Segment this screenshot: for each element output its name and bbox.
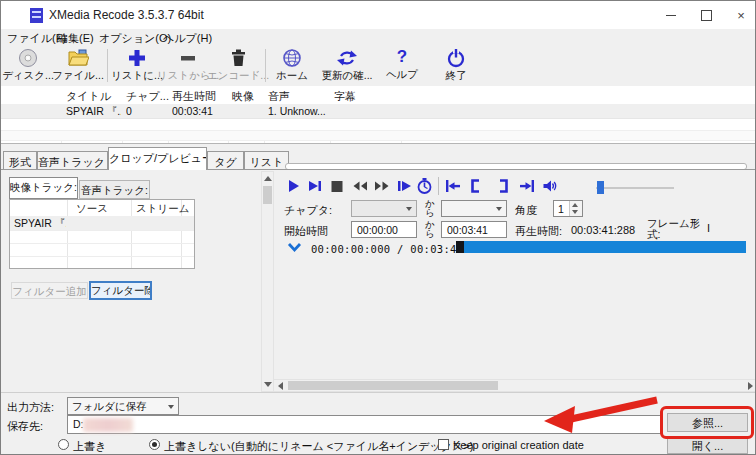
file-list-header[interactable]: タイトル チャプ... 再生時間 映像 音声 字幕 <box>1 86 756 105</box>
subtab-video-track[interactable]: 映像トラック: <box>9 177 78 199</box>
angle-spinner[interactable]: 1 <box>553 200 583 217</box>
vscroll-thumb[interactable] <box>263 186 272 204</box>
rewind-button[interactable] <box>351 177 369 195</box>
tab-format[interactable]: 形式 <box>3 151 37 170</box>
toolbar-update-check-button[interactable]: 更新の確... <box>319 47 375 84</box>
stream-row-name: SPYAIR 『... <box>14 217 66 231</box>
toolbar-help-button[interactable]: ? ヘルプ <box>379 47 425 84</box>
overwrite-label[interactable]: 上書き <box>73 439 106 454</box>
play-button[interactable] <box>286 177 302 195</box>
fast-forward-icon <box>373 178 391 194</box>
overwrite-radio[interactable] <box>58 439 69 450</box>
transport-separator <box>438 177 439 195</box>
toolbar-separator <box>265 49 266 82</box>
keep-date-checkbox[interactable] <box>438 439 449 450</box>
file-row-empty[interactable] <box>1 131 756 141</box>
volume-slider-thumb[interactable] <box>597 181 604 194</box>
col-audio[interactable]: 音声 <box>268 89 290 104</box>
bracket-close-icon <box>495 178 511 194</box>
close-button[interactable]: × <box>725 1 756 29</box>
end-time-input[interactable]: 00:03:41 <box>441 221 507 238</box>
maximize-button[interactable] <box>690 1 722 29</box>
scroll-up-icon[interactable] <box>264 176 272 181</box>
file-list: タイトル チャプ... 再生時間 映像 音声 字幕 SPYAIR 『... 0 … <box>1 86 756 144</box>
spinner-buttons[interactable] <box>569 201 582 216</box>
toolbar-disc-button[interactable]: ディスク... <box>3 47 53 84</box>
stream-row-selected[interactable]: SPYAIR 『... <box>10 216 194 230</box>
bracket-close-button[interactable] <box>495 177 511 195</box>
range-separator-label: から <box>425 220 437 238</box>
scroll-down-icon[interactable] <box>264 382 272 387</box>
step-forward-button[interactable] <box>396 177 412 195</box>
quit-icon <box>446 48 466 68</box>
timer-button[interactable] <box>416 177 433 195</box>
radio-selected-dot <box>152 442 157 447</box>
volume-slider-track[interactable] <box>596 187 674 189</box>
col-video[interactable]: 映像 <box>232 89 254 104</box>
timeline-progress-bar[interactable] <box>456 241 746 253</box>
tab-audio-track1[interactable]: 音声トラック 1 <box>37 151 108 170</box>
volume-button[interactable] <box>542 177 559 195</box>
file-row-selected[interactable]: SPYAIR 『... 0 00:03:41 1. Unknow... <box>1 104 756 119</box>
mark-in-button[interactable] <box>444 177 462 195</box>
col-subtitle[interactable]: 字幕 <box>334 89 356 104</box>
mark-out-button[interactable] <box>518 177 536 195</box>
stream-col-stream[interactable]: ストリーム <box>136 202 189 216</box>
maximize-icon <box>701 10 712 21</box>
bracket-open-icon <box>468 178 484 194</box>
toolbar-open-file-button[interactable]: ファイル... <box>53 47 103 84</box>
col-chapters[interactable]: チャプ... <box>126 89 169 104</box>
title-bar[interactable]: XMedia Recode 3.5.3.7 64bit × <box>1 1 755 30</box>
stream-col-source[interactable]: ソース <box>76 202 108 216</box>
menu-edit[interactable]: 編集(E) <box>53 31 98 46</box>
toolbar-add-to-list-button[interactable]: リストに... <box>111 47 163 84</box>
toolbar-quit-button[interactable]: 終了 <box>431 47 481 84</box>
no-overwrite-radio[interactable] <box>149 439 160 450</box>
destination-label: 保存先: <box>7 419 43 434</box>
no-overwrite-label[interactable]: 上書きしない(自動的にリネーム <ファイル名+インデックス>) <box>164 439 473 454</box>
frame-type-label: フレーム形式: <box>647 218 701 240</box>
tab-crop-preview[interactable]: クロップ/プレビュー <box>108 147 207 170</box>
start-time-label: 開始時間 <box>284 224 328 239</box>
keep-date-label[interactable]: Keep original creation date <box>453 439 584 451</box>
output-method-select[interactable]: フォルダに保存 <box>67 397 179 415</box>
start-time-input[interactable]: 00:00:00 <box>351 221 417 238</box>
cell-title: SPYAIR 『... <box>66 105 121 119</box>
toolbar-remove-from-list-button: リストから... <box>163 47 213 84</box>
tab-list[interactable]: リスト <box>244 151 289 170</box>
toolbar: ディスク... ファイル... リストに... リストから... <box>1 45 755 87</box>
toolbar-home-button[interactable]: ホーム <box>269 47 315 84</box>
file-row-empty[interactable] <box>1 119 756 131</box>
chapter-label: チャプタ: <box>284 203 332 218</box>
menu-help[interactable]: ヘルプ(H) <box>159 31 216 46</box>
chevron-down-icon[interactable] <box>287 242 302 253</box>
annotation-highlight-box <box>660 406 754 439</box>
tab-tags[interactable]: タグ <box>207 151 244 170</box>
timer-icon <box>416 177 433 195</box>
scroll-right-icon[interactable] <box>748 382 753 390</box>
spin-down-icon[interactable] <box>572 210 578 214</box>
left-panel-vscrollbar[interactable] <box>261 171 274 392</box>
subtab-audio-track[interactable]: 音声トラック: <box>79 180 150 199</box>
toolbar-button-label: 終了 <box>446 69 467 83</box>
fast-forward-button[interactable] <box>373 177 391 195</box>
timeline-position-marker[interactable] <box>456 241 464 253</box>
col-duration[interactable]: 再生時間 <box>172 89 216 104</box>
dropdown-arrow-icon <box>168 405 174 409</box>
update-check-icon <box>336 48 358 68</box>
scroll-left-icon[interactable] <box>278 382 283 390</box>
range-separator-label: から <box>425 199 437 217</box>
dropdown-arrow-icon <box>406 207 412 211</box>
toolbar-button-label: リストに... <box>111 69 163 83</box>
next-frame-button[interactable] <box>307 177 323 195</box>
stream-table: ソース ストリーム SPYAIR 『... <box>9 199 195 269</box>
minimize-button[interactable] <box>655 1 687 29</box>
chapter-to-select[interactable] <box>441 200 507 217</box>
stop-button[interactable] <box>329 177 345 195</box>
filter-remove-button[interactable]: フィルター除去 <box>89 281 152 300</box>
bracket-open-button[interactable] <box>468 177 484 195</box>
hscroll-thumb[interactable] <box>288 381 498 390</box>
preview-hscrollbar[interactable] <box>273 379 756 392</box>
spin-up-icon[interactable] <box>572 203 578 207</box>
col-title[interactable]: タイトル <box>66 89 111 104</box>
